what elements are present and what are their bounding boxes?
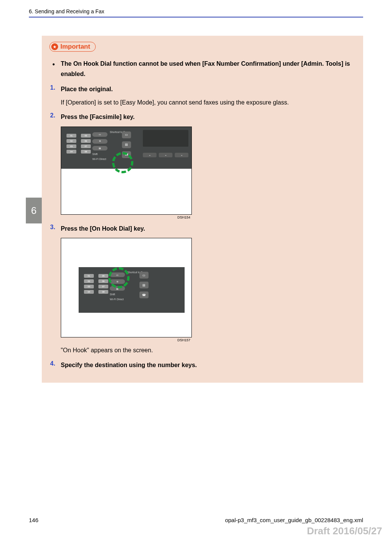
step-body: If [Operation] is set to [Easy Mode], yo… [61,97,356,108]
printer-panel: 01 02 03 04 05 06 07 08 Shortcut to Func… [61,127,191,169]
diagram-onhook: 01 02 03 04 05 06 07 08 Shortcut to Func… [61,238,192,337]
step-number: 1. [50,84,55,91]
pill-icon: ▭ [92,132,107,137]
step-number: 2. [50,112,55,119]
step-number: 3. [50,224,55,231]
scan-icon: ▤ [139,282,149,288]
diagram-facsimile: 01 02 03 04 05 06 07 08 Shortcut to Func… [61,127,192,215]
chapter-title: 6. Sending and Receiving a Fax [29,8,363,16]
highlight-circle [108,267,130,288]
key-06: 06 [98,279,108,283]
mid-column: Shortcut to Func. ▭ ⧉ ▤ Shift Wi-Fi Dire… [92,132,107,160]
source-file: opal-p3_mf3_com_user_guide_gb_00228483_e… [225,517,363,523]
key-column: 05 06 07 08 [98,274,108,294]
key-07: 07 [81,144,91,148]
copy-icon: ▭ [139,272,149,279]
step-title: Press the [On Hook Dial] key. [61,225,145,232]
key-04: 04 [84,290,94,294]
diagram-label: DSH154 [61,215,192,219]
copy-icon: ▭ [122,131,131,138]
key-06: 06 [81,139,91,143]
key-08: 08 [98,290,108,294]
wifi-label: Wi-Fi Direct [92,158,107,160]
important-bullet: The On Hook Dial function cannot be used… [61,59,356,79]
key-07: 07 [98,285,108,288]
footer: 146 opal-p3_mf3_com_user_guide_gb_002284… [29,517,363,523]
step-title: Place the original. [61,86,113,92]
shift-label: Shift [92,153,107,155]
pill-icon: ▤ [92,146,107,150]
key-01: 01 [84,274,94,278]
key-08: 08 [81,150,91,154]
wifi-label: Wi-Fi Direct [110,298,125,301]
nav-buttons: ⌄⌄⌄ [143,153,188,157]
step-body: "On Hook" appears on the screen. [61,345,356,355]
important-label: Important [60,43,90,51]
key-05: 05 [98,274,108,278]
key-02: 02 [84,279,94,283]
key-01: 01 [66,134,76,138]
step-number: 4. [50,360,55,367]
pill-icon: ⧉ [92,139,107,144]
step-title: Press the [Facsimile] key. [61,114,134,120]
page-number: 146 [29,517,38,523]
key-column: 05 06 07 08 [81,134,91,154]
key-05: 05 [81,134,91,138]
header-rule [29,17,363,17]
key-column: 01 02 03 04 [84,274,94,294]
key-03: 03 [66,144,76,148]
lcd-screen [143,130,188,147]
step-title: Specify the destination using the number… [61,362,197,368]
scan-icon: ▤ [122,141,131,148]
key-02: 02 [66,139,76,143]
chapter-tab: 6 [26,198,42,223]
star-icon: ★ [51,43,58,50]
important-pill: ★ Important [49,42,96,52]
highlight-circle [112,152,133,173]
key-03: 03 [84,285,94,288]
shift-label: Shift [110,293,125,296]
fax-icon: ☎ [139,291,149,298]
right-column: ▭ ▤ ☎ [139,272,149,298]
content-box: ★ Important The On Hook Dial function ca… [42,36,363,383]
key-04: 04 [66,150,76,154]
draft-watermark: Draft 2016/05/27 [307,525,382,537]
key-column: 01 02 03 04 [66,134,76,154]
diagram-label: DSH157 [61,338,192,342]
printer-panel: 01 02 03 04 05 06 07 08 Shortcut to Func… [79,267,185,313]
